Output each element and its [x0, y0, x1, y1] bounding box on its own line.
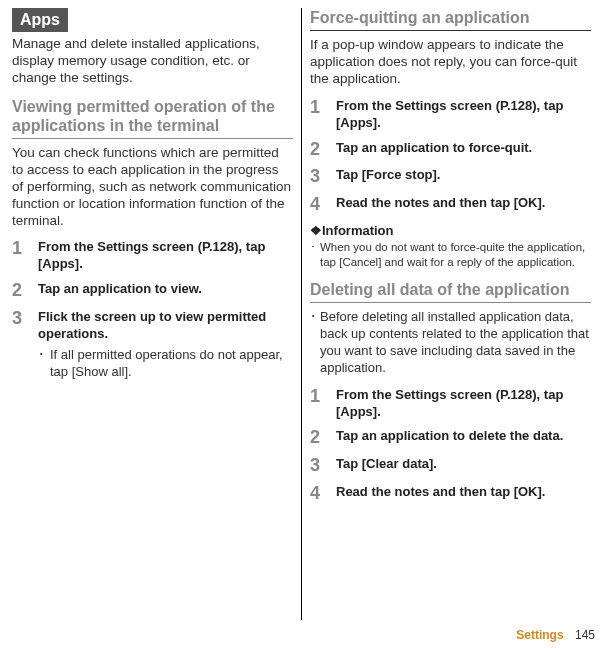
step-text: From the Settings screen (P.128), tap [A… [38, 239, 293, 273]
section-forcequit-title: Force-quitting an application [310, 8, 591, 31]
left-column: Apps Manage and delete installed applica… [4, 8, 302, 620]
step-text: From the Settings screen (P.128), tap [A… [336, 98, 591, 132]
step-text-main: Flick the screen up to view permitted op… [38, 309, 266, 341]
step-number: 1 [12, 239, 38, 273]
step-number: 1 [310, 98, 336, 132]
left-step-2: 2 Tap an application to view. [12, 281, 293, 301]
step-text: Read the notes and then tap [OK]. [336, 484, 545, 504]
right-a-step-3: 3 Tap [Force stop]. [310, 167, 591, 187]
step-number: 4 [310, 484, 336, 504]
left-step-1: 1 From the Settings screen (P.128), tap … [12, 239, 293, 273]
step-text: Tap an application to force-quit. [336, 140, 532, 160]
section-deletedata-title: Deleting all data of the application [310, 280, 591, 303]
right-a-step-4: 4 Read the notes and then tap [OK]. [310, 195, 591, 215]
information-heading: ❖Information [310, 223, 591, 238]
step-text: From the Settings screen (P.128), tap [A… [336, 387, 591, 421]
step-text: Read the notes and then tap [OK]. [336, 195, 545, 215]
left-step-3: 3 Flick the screen up to view permitted … [12, 309, 293, 381]
step-text: Tap [Force stop]. [336, 167, 440, 187]
section-forcequit-intro: If a pop-up window appears to indicate t… [310, 37, 591, 88]
bullet-dot-icon: ･ [310, 240, 320, 270]
right-b-step-1: 1 From the Settings screen (P.128), tap … [310, 387, 591, 421]
bullet-dot-icon: ･ [38, 347, 50, 381]
section-viewing-intro: You can check functions which are permit… [12, 145, 293, 229]
step-number: 2 [310, 428, 336, 448]
step-number: 1 [310, 387, 336, 421]
information-item: ･ When you do not want to force-quite th… [310, 240, 591, 270]
step-text: Tap an application to view. [38, 281, 202, 301]
apps-intro-text: Manage and delete installed applications… [12, 36, 293, 87]
right-a-step-2: 2 Tap an application to force-quit. [310, 140, 591, 160]
page: Apps Manage and delete installed applica… [0, 0, 609, 620]
step-number: 3 [310, 456, 336, 476]
bullet-dot-icon: ･ [310, 309, 320, 377]
step-text: Flick the screen up to view permitted op… [38, 309, 293, 381]
right-b-step-2: 2 Tap an application to delete the data. [310, 428, 591, 448]
step-sub-bullet: ･ If all permitted operations do not app… [38, 347, 293, 381]
sub-bullet-text: If all permitted operations do not appea… [50, 347, 293, 381]
step-number: 2 [12, 281, 38, 301]
page-footer: Settings 145 [516, 628, 595, 642]
section-viewing-title: Viewing permitted operation of the appli… [12, 97, 293, 139]
step-number: 3 [310, 167, 336, 187]
right-b-step-3: 3 Tap [Clear data]. [310, 456, 591, 476]
footer-section-label: Settings [516, 628, 563, 642]
information-text: When you do not want to force-quite the … [320, 240, 591, 270]
footer-page-number: 145 [575, 628, 595, 642]
step-number: 3 [12, 309, 38, 381]
deletedata-pre-bullet: ･ Before deleting all installed applicat… [310, 309, 591, 377]
right-column: Force-quitting an application If a pop-u… [302, 8, 599, 620]
step-text: Tap an application to delete the data. [336, 428, 563, 448]
step-number: 4 [310, 195, 336, 215]
pre-bullet-text: Before deleting all installed applicatio… [320, 309, 591, 377]
step-text: Tap [Clear data]. [336, 456, 437, 476]
apps-header: Apps [12, 8, 68, 32]
step-number: 2 [310, 140, 336, 160]
right-b-step-4: 4 Read the notes and then tap [OK]. [310, 484, 591, 504]
right-a-step-1: 1 From the Settings screen (P.128), tap … [310, 98, 591, 132]
